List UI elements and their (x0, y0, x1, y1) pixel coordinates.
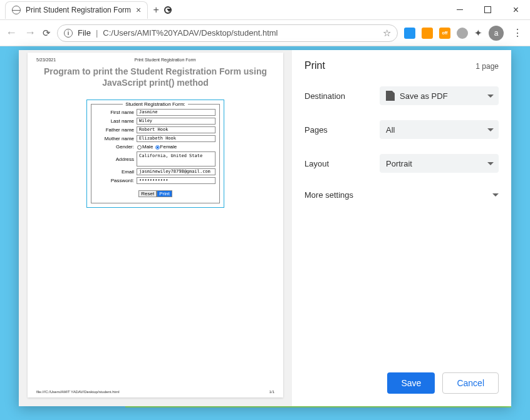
reset-button-preview: Reset (138, 190, 157, 197)
destination-label: Destination (304, 91, 380, 101)
destination-select[interactable]: Save as PDF (380, 86, 499, 105)
extension-icon[interactable] (457, 28, 468, 39)
radio-male-icon (137, 145, 142, 150)
mother-value: Elizabeth Hook (137, 135, 216, 142)
page-count: 1 page (475, 62, 499, 71)
more-settings-label: More settings (304, 190, 353, 200)
address-bar[interactable]: i File | C:/Users/AMIT%20YADAV/Desktop/s… (57, 24, 398, 42)
new-tab-button[interactable]: + (148, 4, 164, 16)
layout-value: Portrait (386, 159, 412, 168)
address-label: Address (95, 156, 134, 162)
preview-sheet: 5/23/2021 Print Student Registration For… (28, 53, 283, 397)
first-name-label: First name (95, 110, 134, 115)
print-settings-pane: Print 1 page Destination Save as PDF Pag… (292, 50, 511, 406)
minimize-button[interactable] (445, 0, 474, 20)
print-preview-pane: 5/23/2021 Print Student Registration For… (19, 50, 292, 406)
pages-value: All (386, 125, 395, 135)
extensions-menu-icon[interactable]: ✦ (474, 28, 482, 39)
destination-value: Save as PDF (400, 91, 448, 101)
preview-footer-page: 1/1 (269, 390, 274, 394)
site-info-icon[interactable]: i (64, 29, 73, 38)
window-titlebar: Print Student Registration Form × + × (0, 0, 530, 20)
preview-legend: Student Registration Form: (123, 101, 188, 107)
bookmark-star-icon[interactable]: ☆ (383, 28, 391, 39)
last-name-label: Last name (95, 118, 134, 124)
preview-heading: Program to print the Student Registratio… (36, 66, 274, 88)
extensions-area: off ✦ a ⋮ (404, 26, 525, 41)
address-value: California, United State (137, 151, 216, 166)
father-label: Father name (95, 127, 134, 133)
preview-footer-path: file:///C:/Users/AMIT YADAV/Desktop/stud… (36, 390, 120, 394)
layout-select[interactable]: Portrait (380, 154, 499, 173)
preview-header-title: Print Student Registration Form (135, 58, 196, 62)
extension-off-icon[interactable]: off (439, 28, 450, 39)
mother-label: Mother name (95, 136, 134, 141)
browser-toolbar: ← → ⟳ i File | C:/Users/AMIT%20YADAV/Des… (0, 20, 530, 46)
save-button[interactable]: Save (387, 372, 435, 394)
chevron-down-icon (492, 193, 499, 197)
globe-icon (12, 6, 21, 14)
email-value: jasminewiley78798@gmail.com (137, 168, 216, 175)
profile-avatar[interactable]: a (489, 26, 504, 41)
url-scheme: File (78, 28, 91, 38)
pages-label: Pages (304, 125, 380, 135)
tab-title: Print Student Registration Form (26, 6, 131, 14)
maximize-button[interactable] (474, 0, 502, 20)
password-label: Password: (95, 178, 134, 183)
url-path: C:/Users/AMIT%20YADAV/Desktop/student.ht… (103, 28, 278, 38)
pdf-icon (386, 91, 395, 101)
back-button[interactable]: ← (5, 26, 18, 39)
reload-button[interactable]: ⟳ (43, 28, 51, 39)
window-controls: × (445, 0, 530, 20)
browser-tab[interactable]: Print Student Registration Form × (5, 1, 148, 19)
last-name-value: Wiley (137, 118, 216, 125)
extension-icon[interactable] (422, 28, 433, 39)
chevron-down-icon (487, 95, 494, 98)
more-settings-toggle[interactable]: More settings (304, 188, 499, 202)
layout-label: Layout (304, 159, 380, 168)
profile-indicator-icon[interactable] (164, 6, 172, 14)
female-label: Female (160, 144, 177, 150)
print-button-preview: Print (157, 190, 172, 197)
preview-date: 5/23/2021 (36, 58, 56, 62)
first-name-value: Jasmine (137, 109, 216, 116)
father-value: Robert Hook (137, 126, 216, 133)
forward-button: → (24, 26, 36, 39)
gender-label: Gender: (95, 144, 134, 150)
preview-form-box: Student Registration Form: First nameJas… (86, 100, 224, 208)
tab-close-icon[interactable]: × (136, 5, 141, 15)
male-label: Male (142, 144, 153, 150)
password-value: ••••••••••• (137, 177, 216, 184)
close-window-button[interactable]: × (502, 0, 530, 20)
email-label: Email (95, 169, 134, 175)
chevron-down-icon (487, 128, 494, 131)
radio-female-icon (155, 145, 160, 150)
browser-menu-icon[interactable]: ⋮ (510, 27, 525, 39)
url-separator: | (96, 28, 98, 38)
print-dialog: 5/23/2021 Print Student Registration For… (19, 50, 511, 406)
print-title: Print (304, 60, 325, 71)
cancel-button[interactable]: Cancel (442, 372, 499, 394)
extension-icon[interactable] (404, 28, 415, 39)
chevron-down-icon (487, 162, 494, 165)
pages-select[interactable]: All (380, 120, 499, 139)
